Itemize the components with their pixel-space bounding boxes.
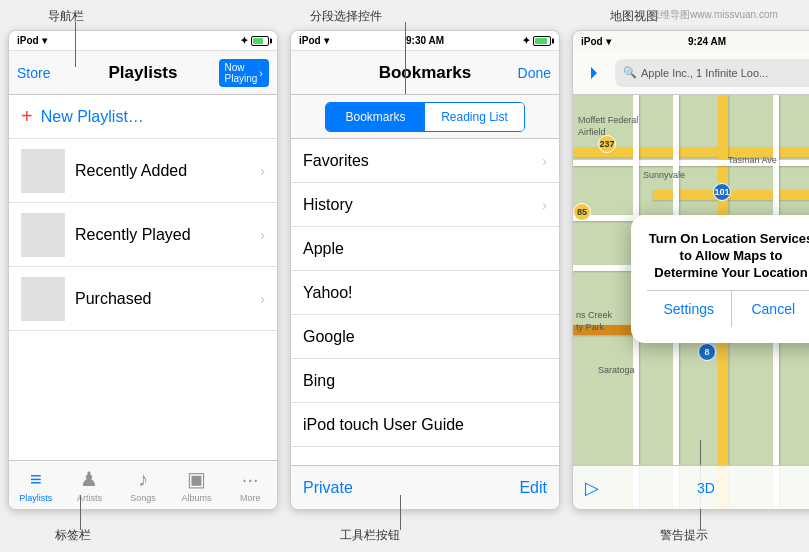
now-playing-badge[interactable]: NowPlaying › [219,59,269,87]
recently-added-chevron: › [260,163,265,179]
plus-icon: + [21,105,33,128]
phone2-nav-bar: Bookmarks Done [291,51,559,95]
ann-nav-bar-label: 导航栏 [48,8,84,25]
bookmarks-list: Favorites › History › Apple Yahoo! Googl… [291,139,559,447]
recently-played-label: Recently Played [75,226,250,244]
history-chevron: › [542,197,547,213]
maps-bottom-bar: ▷ 3D ⓘ [573,465,809,509]
phone3-frame: iPod ▾ 9:24 AM 🔍 Apple Inc., 1 Infinite … [572,30,809,510]
recently-added-label: Recently Added [75,162,250,180]
songs-icon: ♪ [138,468,148,491]
tab-albums[interactable]: ▣ Albums [170,467,224,503]
svg-marker-0 [591,67,597,79]
location-alert: Turn On Location Services to Allow Maps … [631,215,809,343]
segment-wrapper: Bookmarks Reading List [325,102,525,132]
maps-3d-btn[interactable]: 3D [697,480,715,496]
phone2-carrier: iPod [299,35,321,46]
tab-more-label: More [240,493,261,503]
albums-icon: ▣ [187,467,206,491]
bookmark-yahoo[interactable]: Yahoo! [291,271,559,315]
alert-settings-btn[interactable]: Settings [647,291,732,327]
new-playlist-btn[interactable]: + New Playlist… [9,95,277,139]
phone1-bt-icon: ✦ [240,35,248,46]
recently-played-item[interactable]: Recently Played › [9,203,277,267]
tab-playlists[interactable]: ≡ Playlists [9,468,63,503]
playlists-icon: ≡ [30,468,42,491]
maps-back-btn[interactable] [581,59,609,87]
ann-map-view-label: 地图视图 [610,8,658,25]
badge-8: 8 [698,343,716,361]
tab-more[interactable]: ··· More [223,468,277,503]
bookmark-bing[interactable]: Bing [291,359,559,403]
tab-artists[interactable]: ♟ Artists [63,467,117,503]
phone2-frame: iPod ▾ 9:30 AM ✦ Bookmarks Done Bookmark… [290,30,560,510]
phone1-carrier: iPod [17,35,39,46]
phone3-carrier: iPod [581,36,603,47]
phone2-done-btn[interactable]: Done [518,65,551,81]
maps-search-text: Apple Inc., 1 Infinite Loo... [641,67,768,79]
favorites-chevron: › [542,153,547,169]
recently-added-thumb [21,149,65,193]
bookmark-google-label: Google [303,328,355,346]
badge-85: 85 [573,203,591,221]
bookmark-footer: Private Edit [291,465,559,509]
phone1-battery [251,36,269,46]
now-playing-arrow: › [259,67,263,79]
maps-search-icon: 🔍 [623,66,637,79]
bookmark-history[interactable]: History › [291,183,559,227]
phone2-time: 9:30 AM [406,35,444,46]
bookmark-google[interactable]: Google [291,315,559,359]
segment-reading-list[interactable]: Reading List [425,103,524,131]
tab-albums-label: Albums [182,493,212,503]
bookmark-bing-label: Bing [303,372,335,390]
bookmark-apple[interactable]: Apple [291,227,559,271]
phone1-frame: iPod ▾ 9:31 AM ✦ Store Playlists NowPlay… [8,30,278,510]
purchased-item[interactable]: Purchased › [9,267,277,331]
safari-content: Favorites › History › Apple Yahoo! Googl… [291,139,559,509]
label-sunnyvale: Sunnyvale [643,170,685,180]
phone1-nav-bar: Store Playlists NowPlaying › [9,51,277,95]
new-playlist-label: New Playlist… [41,108,144,126]
maps-location-btn[interactable]: ▷ [585,477,599,499]
tab-songs[interactable]: ♪ Songs [116,468,170,503]
recently-added-item[interactable]: Recently Added › [9,139,277,203]
phone1-title: Playlists [109,63,178,83]
phone1-store-btn[interactable]: Store [17,65,50,81]
ann-segment-label: 分段选择控件 [310,8,382,25]
label-tasman: Tasman Ave [728,155,777,165]
phone1-status-bar: iPod ▾ 9:31 AM ✦ [9,31,277,51]
phone2-status-bar: iPod ▾ 9:30 AM ✦ [291,31,559,51]
ann-website: 思维导图www.missvuan.com [650,8,778,22]
bookmark-apple-label: Apple [303,240,344,258]
phone1-battery-fill [253,38,263,44]
alert-buttons: Settings Cancel [647,290,809,327]
ann-toolbar-btn-label: 工具栏按钮 [340,527,400,544]
label-creek: ns Creekty Park [576,310,612,333]
bookmark-private-btn[interactable]: Private [303,479,353,497]
phone1-now-playing-btn[interactable]: NowPlaying › [219,59,269,87]
purchased-chevron: › [260,291,265,307]
more-icon: ··· [242,468,259,491]
artists-icon: ♟ [80,467,98,491]
phone2-battery-fill [535,38,547,44]
bookmark-ipod-guide[interactable]: iPod touch User Guide [291,403,559,447]
bookmark-ipod-guide-label: iPod touch User Guide [303,416,464,434]
bookmark-favorites[interactable]: Favorites › [291,139,559,183]
phone3-time: 9:24 AM [688,36,726,47]
segment-bookmarks[interactable]: Bookmarks [326,103,425,131]
ann-alert-label: 警告提示 [660,527,708,544]
bookmark-favorites-label: Favorites [303,152,369,170]
phone2-wifi-icon: ▾ [324,35,329,46]
phone2-title: Bookmarks [379,63,472,83]
alert-cancel-btn[interactable]: Cancel [732,291,810,327]
badge-101: 101 [713,183,731,201]
purchased-label: Purchased [75,290,250,308]
tab-playlists-label: Playlists [19,493,52,503]
recently-played-thumb [21,213,65,257]
ann-tab-bar-label: 标签栏 [55,527,91,544]
bookmark-yahoo-label: Yahoo! [303,284,353,302]
now-playing-label: NowPlaying [225,62,258,84]
bookmark-edit-btn[interactable]: Edit [519,479,547,497]
purchased-thumb [21,277,65,321]
maps-search-bar[interactable]: 🔍 Apple Inc., 1 Infinite Loo... ✕ [615,59,809,87]
